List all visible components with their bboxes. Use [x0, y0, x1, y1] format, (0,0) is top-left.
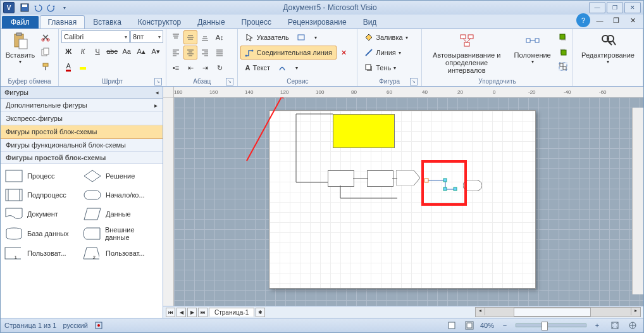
- view-normal[interactable]: [445, 318, 459, 332]
- drawing-canvas[interactable]: [174, 97, 643, 306]
- paste-button[interactable]: Вставить ▾: [3, 30, 37, 66]
- underline-button[interactable]: Ч: [90, 44, 104, 58]
- shape-launcher[interactable]: ↘: [410, 78, 418, 85]
- shape-dd[interactable]: ▾: [309, 30, 323, 44]
- page-prev[interactable]: ◀: [176, 308, 186, 317]
- qat-redo[interactable]: [45, 1, 58, 14]
- bold-button[interactable]: Ж: [61, 44, 75, 58]
- align-center[interactable]: [183, 46, 197, 60]
- find-button[interactable]: Редактирование ▾: [576, 30, 640, 66]
- rotate-text[interactable]: ↻: [213, 61, 226, 75]
- position-button[interactable]: Положение ▾: [510, 30, 555, 66]
- ink-tool[interactable]: [275, 61, 289, 75]
- shape-custom2[interactable]: 2Пользоват...: [82, 244, 160, 263]
- cut-button[interactable]: [39, 30, 53, 44]
- zoom-out[interactable]: −: [498, 318, 512, 332]
- help-button[interactable]: ?: [576, 13, 590, 27]
- page-add[interactable]: ✱: [256, 308, 265, 317]
- tab-review[interactable]: Рецензирование: [280, 15, 355, 28]
- scroll-v[interactable]: [632, 108, 643, 294]
- text-direction[interactable]: A↕: [213, 30, 226, 44]
- line-button[interactable]: Линия▾: [360, 46, 406, 60]
- shape-custom1[interactable]: 1Пользоват...: [3, 244, 82, 263]
- status-lang[interactable]: русский: [63, 322, 87, 329]
- shape-decision[interactable]: Решение: [82, 166, 160, 185]
- rectangle-tool[interactable]: [294, 30, 308, 44]
- group-shapes[interactable]: [556, 60, 570, 73]
- shadow-button[interactable]: Тень▾: [360, 61, 400, 75]
- shape-terminator[interactable]: Начало/ко...: [82, 185, 160, 204]
- align-right[interactable]: [198, 46, 212, 60]
- tab-process[interactable]: Процесс: [233, 15, 280, 28]
- grow-font[interactable]: A▴: [134, 44, 148, 58]
- bullets[interactable]: •≡: [169, 61, 183, 75]
- dec-indent[interactable]: ⇤: [183, 61, 197, 75]
- bring-front[interactable]: [556, 30, 570, 44]
- delete-conn[interactable]: ✕: [337, 46, 351, 60]
- align-justify[interactable]: [213, 46, 226, 60]
- view-full[interactable]: [462, 318, 476, 332]
- shapes-header[interactable]: Фигуры◂: [1, 87, 163, 99]
- align-left[interactable]: [169, 46, 183, 60]
- shrink-font[interactable]: A▾: [149, 44, 163, 58]
- qat-save[interactable]: [18, 1, 31, 14]
- page-first[interactable]: ⏮: [166, 308, 175, 317]
- mdi-max[interactable]: ❐: [609, 13, 623, 27]
- para-launcher[interactable]: ↘: [226, 78, 233, 85]
- more-shapes[interactable]: Дополнительные фигуры▸: [1, 99, 163, 112]
- qat-undo[interactable]: [32, 1, 44, 14]
- highlight-button[interactable]: [76, 60, 90, 73]
- strike-button[interactable]: abc: [105, 44, 119, 58]
- zoom-in[interactable]: +: [590, 318, 604, 332]
- shape-subprocess[interactable]: Подпроцесс: [3, 185, 82, 204]
- tab-home[interactable]: Главная: [40, 15, 85, 28]
- align-middle[interactable]: [183, 30, 197, 44]
- ink-dd[interactable]: ▾: [290, 61, 304, 75]
- pan-icon[interactable]: [626, 318, 640, 332]
- italic-button[interactable]: К: [76, 44, 90, 58]
- page-next[interactable]: ▶: [187, 308, 197, 317]
- shape-box2[interactable]: [367, 170, 393, 187]
- qat-customize[interactable]: ▾: [58, 1, 71, 14]
- font-size-combo[interactable]: 8пт▾: [130, 30, 163, 43]
- inc-indent[interactable]: ⇥: [198, 61, 212, 75]
- mdi-close[interactable]: ✕: [626, 13, 640, 27]
- shape-process[interactable]: Процесс: [3, 166, 82, 185]
- pointer-tool[interactable]: Указатель: [240, 30, 293, 44]
- fit-window[interactable]: [608, 318, 622, 332]
- file-tab[interactable]: Файл: [2, 16, 39, 28]
- tab-data[interactable]: Данные: [189, 15, 233, 28]
- page-tab-1[interactable]: Страница-1: [209, 308, 254, 317]
- shape-tag[interactable]: [396, 170, 420, 185]
- tab-insert[interactable]: Вставка: [85, 15, 130, 28]
- drawing-page[interactable]: [269, 110, 536, 289]
- zoom-value[interactable]: 40%: [480, 322, 494, 329]
- functional-flowchart-cat[interactable]: Фигуры функциональной блок-схемы: [1, 139, 163, 152]
- align-top[interactable]: [169, 30, 183, 44]
- shape-document[interactable]: Документ: [3, 204, 82, 223]
- macro-rec-icon[interactable]: [94, 321, 103, 330]
- font-color[interactable]: A: [61, 60, 75, 73]
- shape-data[interactable]: Данные: [82, 204, 160, 223]
- format-painter[interactable]: [39, 60, 53, 73]
- text-tool[interactable]: AТекст: [240, 61, 275, 75]
- scroll-h[interactable]: ◂ ▸: [475, 307, 641, 317]
- shape-extdata[interactable]: Внешние данные: [82, 223, 160, 244]
- send-back[interactable]: [556, 45, 570, 59]
- zoom-slider[interactable]: [516, 324, 586, 327]
- align-bottom[interactable]: [198, 30, 212, 44]
- quick-shapes[interactable]: Экспресс-фигуры: [1, 112, 163, 125]
- case-button[interactable]: Aa: [120, 44, 133, 58]
- font-name-combo[interactable]: Calibri▾: [61, 30, 130, 43]
- font-launcher[interactable]: ↘: [154, 78, 162, 85]
- copy-button[interactable]: [39, 45, 53, 59]
- fill-button[interactable]: Заливка▾: [360, 30, 412, 44]
- page-last[interactable]: ⏭: [198, 308, 207, 317]
- mdi-min[interactable]: —: [593, 13, 607, 27]
- tab-design[interactable]: Конструктор: [130, 15, 189, 28]
- basic-flowchart-cat[interactable]: Фигуры простой блок-схемы: [1, 125, 163, 139]
- auto-align-button[interactable]: Автовыравнивание и определение интервало…: [424, 30, 509, 76]
- tab-view[interactable]: Вид: [355, 15, 385, 28]
- shape-database[interactable]: База данных: [3, 223, 82, 244]
- connector-tool[interactable]: Соединительная линия: [240, 46, 336, 60]
